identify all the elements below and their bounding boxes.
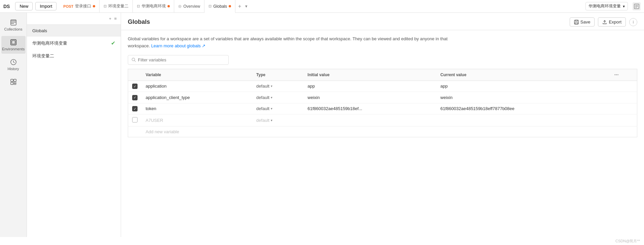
row4-type: default ▾ bbox=[252, 114, 303, 127]
row2-type: default ▾ bbox=[252, 92, 303, 103]
learn-more-link[interactable]: Learn more about globals ↗ bbox=[151, 43, 205, 48]
filter-input-container bbox=[128, 55, 229, 65]
row5-actions bbox=[610, 127, 637, 137]
globals-description: Global variables for a workspace are a s… bbox=[128, 36, 464, 50]
env-selector-label: 华测电商环境变量 bbox=[589, 3, 621, 9]
sidebar-item-history[interactable]: History bbox=[1, 56, 26, 74]
content-header: Globals Save Export bbox=[121, 13, 644, 30]
svg-rect-15 bbox=[575, 20, 577, 21]
row2-checkbox-cell bbox=[128, 92, 142, 103]
tab-env2[interactable]: ⊡ 环境变量二 bbox=[100, 0, 133, 13]
row3-current-value[interactable]: 61f860032ae485159b18eff7877b08ee bbox=[437, 103, 610, 114]
tab-post-method: POST bbox=[63, 4, 73, 8]
tab-overview[interactable]: ◎ Overview bbox=[174, 0, 204, 13]
tab-globals-icon: ⊡ bbox=[209, 4, 212, 8]
filter-variables-input[interactable] bbox=[138, 57, 225, 62]
row4-variable[interactable]: A7USER bbox=[142, 114, 252, 127]
env-panel: + ≡ Globals 华测电商环境变量 ✔ 环境变量二 bbox=[27, 13, 121, 237]
row4-type-select[interactable]: default ▾ bbox=[256, 118, 299, 123]
tab-overview-icon: ◎ bbox=[178, 4, 182, 8]
row1-variable[interactable]: application bbox=[142, 81, 252, 92]
row3-type-select[interactable]: default ▾ bbox=[256, 106, 299, 111]
tab-post-login[interactable]: POST 登录接口 bbox=[59, 0, 100, 13]
tab-globals[interactable]: ⊡ Globals bbox=[204, 0, 235, 13]
app-logo: DS bbox=[3, 4, 10, 9]
row2-checkbox[interactable] bbox=[132, 95, 138, 100]
main-content: Globals Save Export bbox=[121, 13, 644, 237]
icon-bar: Collections Environments History bbox=[0, 13, 27, 237]
add-tab-button[interactable]: + bbox=[235, 3, 244, 9]
row1-actions bbox=[610, 81, 637, 92]
import-button[interactable]: Import bbox=[35, 2, 56, 10]
row1-checkbox[interactable] bbox=[132, 84, 138, 89]
tab-env2-label: 环境变量二 bbox=[108, 3, 128, 9]
table-more-button[interactable]: ··· bbox=[614, 72, 618, 78]
row4-checkbox-cell bbox=[128, 114, 142, 127]
search-icon bbox=[131, 57, 136, 62]
row5-add-new[interactable]: Add new variable bbox=[142, 127, 252, 137]
row4-initial-value[interactable] bbox=[304, 114, 437, 127]
save-button[interactable]: Save bbox=[570, 17, 595, 27]
export-button[interactable]: Export bbox=[598, 17, 626, 27]
env-list-item-globals[interactable]: Globals bbox=[27, 25, 121, 37]
row3-variable[interactable]: token bbox=[142, 103, 252, 114]
footer: CSDN@简月** bbox=[0, 237, 644, 245]
row5-checkbox-cell bbox=[128, 127, 142, 137]
env-panel-add-button[interactable]: + bbox=[109, 16, 112, 21]
top-bar: DS New Import POST 登录接口 ⊡ 环境变量二 ⊡ 华测电商环境… bbox=[0, 0, 644, 13]
th-more: ··· bbox=[610, 69, 637, 81]
env-list-item-huace[interactable]: 华测电商环境变量 ✔ bbox=[27, 37, 121, 50]
row1-initial-value[interactable]: app bbox=[304, 81, 437, 92]
row2-initial-value[interactable]: weixin bbox=[304, 92, 437, 103]
header-actions: Save Export i bbox=[570, 17, 637, 27]
row2-variable[interactable]: application_client_type bbox=[142, 92, 252, 103]
row3-initial-value[interactable]: 61f860032ae485159b18ef... bbox=[304, 103, 437, 114]
svg-rect-8 bbox=[11, 79, 13, 82]
row4-type-chevron: ▾ bbox=[271, 118, 272, 122]
main-layout: Collections Environments History bbox=[0, 13, 644, 237]
tab-overview-label: Overview bbox=[183, 4, 200, 9]
row3-type-chevron: ▾ bbox=[271, 107, 272, 110]
row3-checkbox[interactable] bbox=[132, 106, 138, 111]
env-list-item-env2[interactable]: 环境变量二 bbox=[27, 50, 121, 62]
row2-type-select[interactable]: default ▾ bbox=[256, 95, 299, 100]
row5-initial bbox=[304, 127, 437, 137]
row5-current bbox=[437, 127, 610, 137]
sidebar-item-environments[interactable]: Environments bbox=[1, 36, 26, 54]
tab-globals-dot bbox=[229, 5, 231, 7]
env-selector[interactable]: 华测电商环境变量 ▾ bbox=[585, 2, 628, 10]
sidebar-item-components[interactable] bbox=[1, 76, 26, 89]
row4-current-value[interactable] bbox=[437, 114, 610, 127]
row2-type-chevron: ▾ bbox=[271, 96, 272, 99]
save-icon bbox=[574, 20, 579, 24]
row1-type-select[interactable]: default ▾ bbox=[256, 84, 299, 89]
th-initial-value: Initial value bbox=[304, 69, 437, 81]
row4-checkbox[interactable] bbox=[132, 117, 138, 122]
info-button[interactable]: i bbox=[629, 18, 637, 26]
row2-current-value[interactable]: weixin bbox=[437, 92, 610, 103]
table-body: application default ▾ app app bbox=[128, 81, 637, 137]
tab-hwdianshang[interactable]: ⊡ 华测电商环境 bbox=[133, 0, 174, 13]
tab-hwdianshang-label: 华测电商环境 bbox=[142, 3, 166, 9]
new-button[interactable]: New bbox=[15, 2, 33, 10]
tab-hwdianshang-dot bbox=[167, 5, 170, 7]
env-huace-name: 华测电商环境变量 bbox=[32, 40, 67, 46]
collections-label: Collections bbox=[4, 27, 23, 31]
env-env2-name: 环境变量二 bbox=[32, 53, 54, 59]
user-icon[interactable] bbox=[633, 2, 641, 10]
env-panel-header: + ≡ bbox=[27, 13, 121, 25]
row3-type: default ▾ bbox=[252, 103, 303, 114]
th-type: Type bbox=[252, 69, 303, 81]
row1-current-value[interactable]: app bbox=[437, 81, 610, 92]
tab-env2-icon: ⊡ bbox=[104, 4, 107, 8]
row4-actions bbox=[610, 114, 637, 127]
table-row: Add new variable bbox=[128, 127, 637, 137]
table-row: A7USER default ▾ bbox=[128, 114, 637, 127]
row1-type: default ▾ bbox=[252, 81, 303, 92]
tab-post-dot bbox=[93, 5, 95, 7]
tabs-overflow-button[interactable]: ▾ bbox=[244, 4, 249, 9]
filter-bar bbox=[128, 55, 637, 65]
env-panel-filter-button[interactable]: ≡ bbox=[114, 16, 117, 21]
th-checkbox bbox=[128, 69, 142, 81]
sidebar-item-collections[interactable]: Collections bbox=[1, 16, 26, 34]
